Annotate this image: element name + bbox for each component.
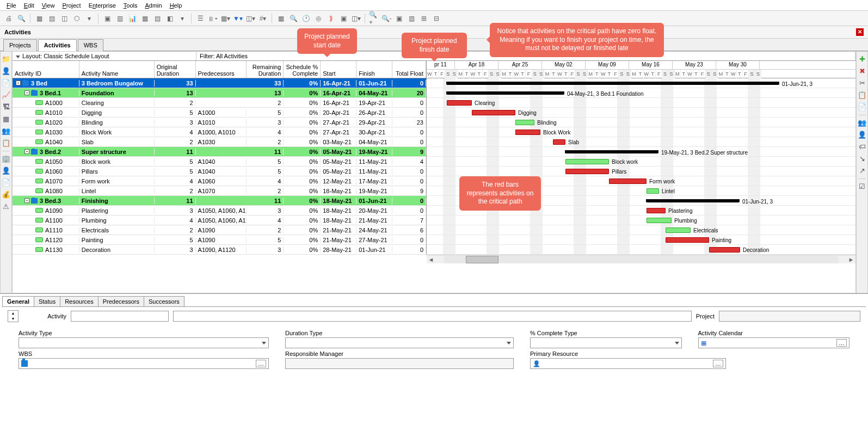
resources-icon[interactable]: 👤 [2,67,10,76]
tb-icon[interactable]: ▣ [393,13,404,24]
critical-bar[interactable]: Form work [609,179,647,184]
pct-type-dropdown[interactable] [530,337,682,348]
menu-enterprise[interactable]: Enterprise [85,1,119,10]
tb-icon[interactable]: ▦ [275,13,286,24]
activity-row[interactable]: A1070Form work4A106040%12-May-2117-May-2… [13,176,426,186]
col-sched-pct[interactable]: Schedule % Complete [284,61,321,78]
tb-icon[interactable]: ◫▾ [245,13,256,24]
tb-icon[interactable]: ▣ [102,13,113,24]
activities-icon[interactable]: ▦ [2,115,10,124]
tb-icon[interactable]: 🕐 [300,13,311,24]
activity-row[interactable]: A1020Blinding3A101030%27-Apr-2129-Apr-21… [13,118,426,127]
zoomin-icon[interactable]: 🔍+ [368,13,379,24]
gantt-chart[interactable]: 01-Jun-21, 304-May-21, 3 Bed.1 Foundatio… [427,78,855,255]
col-finish[interactable]: Finish [356,61,392,78]
col-activity-name[interactable]: Activity Name [79,61,155,78]
critical-bar[interactable]: Decoration [709,247,740,253]
exp-icon[interactable]: 💰 [2,190,10,199]
menu-admin[interactable]: Admin [141,1,165,10]
view1-icon[interactable]: ▦ [34,13,45,24]
menu-help[interactable]: Help [167,1,186,10]
menu-file[interactable]: File [3,1,20,10]
role-icon[interactable]: 👤 [858,131,866,139]
schedule-icon[interactable]: ⟫ [325,13,336,24]
summary-bar[interactable]: 04-May-21, 3 Bed.1 Foundation [447,91,564,95]
activity-row[interactable]: A1110Electricals2A109020%21-May-2124-May… [13,225,426,235]
wbs-row[interactable]: -3 Bed.1Foundation13130%16-Apr-2104-May-… [13,88,426,98]
tab-general[interactable]: General [2,296,34,306]
tb-icon[interactable]: 🔍 [288,13,299,24]
print-icon[interactable]: 🖨 [3,13,14,24]
tab-resources[interactable]: Resources [60,296,99,306]
activity-bar[interactable]: Lintel [647,188,659,194]
assign-icon[interactable]: 👥 [2,127,10,136]
activity-type-dropdown[interactable] [19,337,269,348]
view3-icon[interactable]: ◫ [59,13,70,24]
doc-icon[interactable]: 📄 [2,179,10,187]
activity-row[interactable]: A1060Pillars5A104050%05-May-2111-May-210 [13,167,426,176]
activity-row[interactable]: A1050Block work5A104050%05-May-2111-May-… [13,157,426,167]
add-icon[interactable]: ✚ [858,55,866,64]
activity-bar[interactable]: Plumbing [647,218,672,223]
wbs-row[interactable]: -3 Bed.3Finishing11110%18-May-2101-Jun-2… [13,196,426,206]
zoomout-icon[interactable]: 🔍- [381,13,392,24]
wbs-row[interactable]: -3 Bed3 Bedroom Bungalow33330%16-Apr-210… [13,78,426,88]
critical-bar[interactable]: Painting [666,237,709,243]
menu-view[interactable]: View [39,1,58,10]
thr-icon[interactable]: ⚠ [2,202,10,211]
columns-icon[interactable]: ⫼▾ [207,13,218,24]
activity-bar[interactable]: Block work [565,159,609,164]
filter-icon[interactable]: ▼▾ [232,13,243,24]
layout-dropdown[interactable]: Layout: Classic Schedule Layout [13,52,196,60]
tb-icon[interactable]: ▥ [114,13,125,24]
col-activity-id[interactable]: Activity ID [13,61,79,78]
activity-row[interactable]: A1130Decoration3A1090, A112030%28-May-21… [13,245,426,255]
activity-row[interactable]: A1090Plastering3A1050, A1060, A130%18-Ma… [13,206,426,216]
hash-icon[interactable]: #▾ [257,13,268,24]
tab-wbs[interactable]: WBS [78,39,103,51]
calendar-field[interactable]: ▦… [698,337,850,348]
tb-icon[interactable]: ▦ [139,13,150,24]
summary-bar[interactable]: 19-May-21, 3 Bed.2 Super structure [565,150,658,153]
summary-bar[interactable]: 01-Jun-21, 3 [647,199,739,202]
menu-edit[interactable]: Edit [21,1,38,10]
activity-row[interactable]: A1100Plumbing4A1050, A1060, A140%18-May-… [13,216,426,225]
tab-predecessors[interactable]: Predecessors [98,296,144,306]
wbs-icon[interactable]: 🏗 [2,103,10,112]
obs-icon[interactable]: 👤 [2,167,10,175]
gantt-hscroll[interactable]: ◄► [427,255,855,263]
wp-icon[interactable]: 📋 [2,139,10,147]
delete-icon[interactable]: ✖ [858,67,866,76]
tb-icon[interactable]: ◎ [313,13,324,24]
tb-icon[interactable]: ▥ [406,13,417,24]
tb-icon[interactable]: ◧ [164,13,175,24]
tb-icon[interactable]: ▤ [152,13,163,24]
network-icon[interactable]: ⬡ [71,13,82,24]
wbs-row[interactable]: -3 Bed.2Super structure11110%05-May-2119… [13,147,426,157]
critical-bar[interactable]: Digging [472,110,515,115]
activity-name-field[interactable] [173,311,692,322]
critical-bar[interactable]: Slab [553,139,565,145]
tb-icon[interactable]: ▦▾ [220,13,231,24]
menu-tools[interactable]: Tools [120,1,141,10]
tab-successors[interactable]: Successors [144,296,184,306]
paste-icon[interactable]: 📄 [858,103,866,112]
down-icon[interactable]: ▾ [84,13,95,24]
indent-icon[interactable]: ☰ [195,13,206,24]
tab-status[interactable]: Status [34,296,60,306]
prim-res-field[interactable]: 👤… [530,358,726,369]
menu-project[interactable]: Project [59,1,84,10]
activity-bar[interactable]: Electricals [666,227,691,233]
steps-icon[interactable]: ☑ [858,182,866,191]
succ-icon[interactable]: ↗ [858,167,866,175]
pred-icon[interactable]: ↘ [858,155,866,163]
critical-bar[interactable]: Clearing [447,100,472,106]
row-spinner[interactable]: ▴▾ [8,310,19,322]
duration-type-dropdown[interactable] [285,337,514,348]
col-predecessors[interactable]: Predecessors [196,61,247,78]
activity-row[interactable]: A1080Lintel2A107020%18-May-2119-May-219 [13,186,426,196]
tab-activities[interactable]: Activities [38,39,77,51]
tb-icon[interactable]: 📊 [127,13,138,24]
eps-icon[interactable]: 🏢 [2,155,10,163]
critical-bar[interactable]: Pillars [565,169,609,174]
